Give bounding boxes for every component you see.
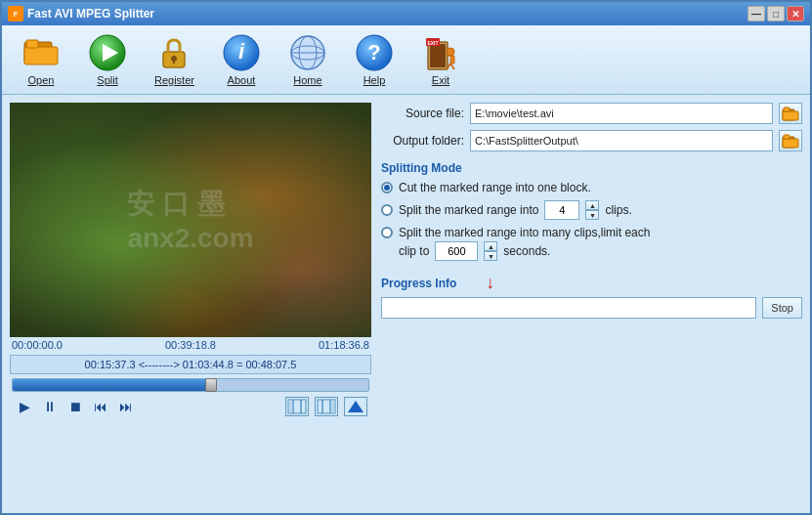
right-controls: [285, 397, 367, 416]
split-label: Split: [97, 74, 117, 86]
seek-bar-container: [10, 378, 371, 392]
mode2-row: Split the marked range into ▲ ▼ clips.: [381, 200, 802, 220]
mark-end-button[interactable]: [315, 397, 338, 416]
mode3-radio[interactable]: [381, 227, 393, 238]
toolbar: Open Split: [2, 25, 810, 95]
progress-title-row: Progress Info ↓: [381, 273, 802, 293]
home-label: Home: [293, 74, 321, 86]
playback-controls: ▶ ⏸ ⏹ ⏮ ⏭: [14, 396, 137, 417]
svg-rect-38: [783, 139, 798, 148]
stop-button[interactable]: Stop: [762, 297, 802, 319]
svg-rect-1: [24, 47, 58, 64]
exit-label: Exit: [432, 74, 449, 86]
mode3-label-part1: Split the marked range into many clips,l…: [399, 226, 650, 239]
mode3-row: Split the marked range into many clips,l…: [381, 226, 802, 239]
svg-rect-36: [784, 107, 790, 111]
mode3-down[interactable]: ▼: [484, 251, 497, 261]
help-button[interactable]: ? Help: [343, 29, 406, 90]
stop-button[interactable]: ⏹: [64, 396, 86, 417]
exit-button[interactable]: EXIT Exit: [409, 29, 472, 90]
svg-text:i: i: [238, 39, 245, 64]
source-file-label: Source file:: [381, 107, 464, 120]
mode1-label: Cut the marked range into one block.: [399, 181, 591, 194]
register-button[interactable]: Register: [143, 29, 206, 90]
about-label: About: [228, 74, 256, 86]
source-file-row: Source file:: [381, 103, 802, 124]
watermark: 安 口 墨anx2.com: [127, 186, 253, 254]
register-label: Register: [154, 74, 194, 86]
mode2-radio[interactable]: [381, 204, 393, 216]
mode2-label: Split the marked range into: [399, 203, 538, 217]
splitting-modes: Cut the marked range into one block. Spl…: [381, 181, 802, 261]
mode3-container: Split the marked range into many clips,l…: [381, 226, 802, 261]
svg-rect-2: [26, 40, 38, 48]
help-label: Help: [363, 74, 386, 86]
open-label: Open: [28, 74, 55, 86]
split-marker-button[interactable]: [344, 397, 367, 416]
title-bar: F Fast AVI MPEG Splitter — □ ✕: [2, 2, 810, 25]
time-row: 00:00:00.0 00:39:18.8 01:18:36.8: [10, 337, 371, 353]
seek-bar-thumb[interactable]: [205, 378, 217, 392]
window-title: Fast AVI MPEG Splitter: [27, 7, 154, 21]
split-button[interactable]: Split: [76, 29, 139, 90]
svg-marker-33: [348, 401, 363, 412]
svg-rect-7: [173, 59, 175, 64]
seek-bar-filled: [13, 379, 208, 391]
mode3-row2: clip to ▲ ▼ seconds.: [381, 241, 802, 261]
mode2-spinner: ▲ ▼: [585, 200, 599, 220]
output-folder-row: Output folder:: [381, 130, 802, 151]
progress-arrow: ↓: [486, 273, 494, 293]
right-panel: Source file: Output folder:: [381, 103, 802, 505]
about-icon: i: [222, 33, 261, 72]
progress-bar: [381, 297, 756, 319]
progress-title-text: Progress Info: [381, 277, 456, 290]
svg-line-24: [450, 64, 454, 69]
controls-row: ▶ ⏸ ⏹ ⏮ ⏭: [10, 396, 371, 417]
video-display: 安 口 墨anx2.com: [10, 103, 371, 337]
seek-bar[interactable]: [12, 378, 369, 392]
video-panel: 安 口 墨anx2.com 00:00:00.0 00:39:18.8 01:1…: [10, 103, 371, 505]
about-button[interactable]: i About: [210, 29, 273, 90]
mark-start-button[interactable]: [285, 397, 309, 416]
output-browse-button[interactable]: [779, 130, 802, 151]
app-icon: F: [8, 6, 23, 21]
output-folder-input[interactable]: [470, 130, 773, 151]
svg-rect-35: [783, 111, 798, 120]
prev-frame-button[interactable]: ⏮: [90, 396, 111, 417]
minimize-button[interactable]: —: [748, 6, 765, 21]
mode3-suffix: seconds.: [503, 244, 550, 258]
source-browse-button[interactable]: [779, 103, 802, 124]
output-folder-label: Output folder:: [381, 134, 464, 148]
time-start: 00:00:00.0: [12, 339, 63, 351]
svg-point-22: [447, 48, 454, 56]
main-content: 安 口 墨anx2.com 00:00:00.0 00:39:18.8 01:1…: [2, 95, 810, 513]
pause-button[interactable]: ⏸: [39, 396, 61, 417]
exit-icon: EXIT: [421, 33, 460, 72]
play-button[interactable]: ▶: [14, 396, 35, 417]
mode2-clips-input[interactable]: [544, 200, 579, 220]
main-window: F Fast AVI MPEG Splitter — □ ✕ Open: [0, 0, 812, 515]
source-file-input[interactable]: [470, 103, 773, 124]
home-button[interactable]: Home: [277, 29, 339, 90]
mode1-row: Cut the marked range into one block.: [381, 181, 802, 194]
time-end: 01:18:36.8: [319, 339, 369, 351]
mode1-radio[interactable]: [381, 182, 393, 193]
mode2-down[interactable]: ▼: [585, 210, 599, 220]
register-icon: [154, 33, 193, 72]
svg-rect-39: [784, 135, 790, 139]
maximize-button[interactable]: □: [767, 6, 785, 21]
progress-row: Stop: [381, 297, 802, 319]
splitting-mode-title: Splitting Mode: [381, 161, 802, 175]
mode3-seconds-input[interactable]: [435, 241, 478, 261]
close-button[interactable]: ✕: [787, 6, 804, 21]
progress-section: Progress Info ↓ Stop: [381, 273, 802, 319]
title-buttons: — □ ✕: [748, 6, 804, 21]
mode2-suffix: clips.: [605, 203, 631, 217]
mode3-spinner: ▲ ▼: [484, 241, 497, 261]
split-icon: [88, 33, 127, 72]
next-frame-button[interactable]: ⏭: [115, 396, 137, 417]
open-button[interactable]: Open: [10, 29, 72, 90]
mode2-up[interactable]: ▲: [585, 200, 599, 210]
mode3-up[interactable]: ▲: [484, 241, 497, 251]
mode3-label-part2: clip to: [399, 244, 429, 258]
